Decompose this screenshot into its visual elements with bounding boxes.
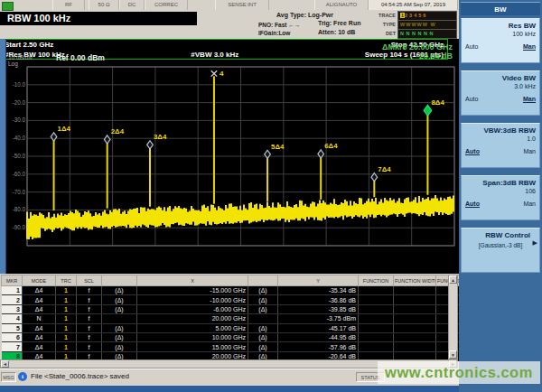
- delta-marker-readout: ΔMkr8 20.000 GHz -20.64 dB: [382, 42, 453, 61]
- col-header: FUNCTION WIDTH: [394, 275, 436, 286]
- det-row-label: DET: [374, 31, 397, 36]
- marker-row[interactable]: 3Δ41f(Δ)-6.000 GHz(Δ)-39.85 dB: [2, 304, 476, 313]
- toolbar-rf: RF: [52, 0, 85, 10]
- col-header: Y: [278, 275, 359, 286]
- watermark: www.cntronics.com: [378, 361, 540, 384]
- col-header: X: [137, 275, 248, 286]
- toolbar-dc: DC: [119, 0, 145, 10]
- svg-text:5Δ4: 5Δ4: [271, 143, 285, 151]
- left-frame-strip: [0, 39, 6, 274]
- marker-row[interactable]: 7Δ41f(Δ)15.000 GHz(Δ)-57.96 dB: [2, 342, 476, 351]
- softkey-vbw-3db-rbw[interactable]: VBW:3dB RBW 1.0 AutoMan: [461, 123, 540, 168]
- svg-text:8Δ4: 8Δ4: [431, 98, 444, 107]
- scroll-up-button[interactable]: ▲: [449, 275, 457, 284]
- col-header: MKR: [2, 275, 23, 286]
- clock: 04:54:25 AM Sep 07, 2019: [369, 0, 458, 10]
- submenu-arrow-icon: ▶: [533, 239, 537, 247]
- atten-label: Atten: 10 dB: [318, 29, 355, 35]
- top-toolbar: RF 50 Ω DC CORREC SENSE:INT ALIGNAUTO 04…: [0, 0, 459, 40]
- toolbar-alignauto: ALIGNAUTO: [314, 0, 369, 10]
- measurement-title: RBW 100 kHz: [0, 12, 197, 25]
- softkey-span-3db-rbw[interactable]: Span:3dB RBW 106 AutoMan: [461, 175, 540, 220]
- svg-text:3Δ4: 3Δ4: [154, 133, 167, 141]
- menu-title: BW: [461, 2, 540, 15]
- svg-text:-70.0: -70.0: [13, 189, 26, 195]
- scroll-left-button[interactable]: ◄: [1, 360, 9, 368]
- svg-text:-80.0: -80.0: [13, 206, 26, 212]
- svg-text:-10.0: -10.0: [13, 81, 26, 88]
- softkey-panel: BW Res BW 100 kHz AutoMan Video BW 3.0 k…: [459, 0, 542, 392]
- marker-row[interactable]: 4N1f20.000 GHz-3.75 dBm: [2, 314, 476, 323]
- marker-row[interactable]: 5Δ41f(Δ)5.000 GHz(Δ)-45.17 dB: [2, 323, 476, 332]
- col-header: SCL: [77, 275, 102, 286]
- pno-label: PNO: Fast ←→: [258, 22, 300, 28]
- info-icon: i: [18, 372, 27, 381]
- svg-text:-90.0: -90.0: [13, 224, 26, 230]
- remote-led-icon: [2, 2, 14, 11]
- avg-type-label: Avg Type: Log-Pwr: [276, 12, 333, 18]
- det-values: N N N N N N: [397, 29, 457, 39]
- scroll-down-button[interactable]: ▼: [449, 350, 457, 359]
- svg-text:2Δ4: 2Δ4: [111, 127, 125, 135]
- man-option[interactable]: Man: [523, 201, 536, 207]
- msg-label: MSG: [1, 372, 16, 382]
- trig-label: Trig: Free Run: [318, 20, 360, 26]
- table-vscrollbar[interactable]: ▲ ▼: [448, 275, 458, 359]
- col-header: [248, 275, 278, 286]
- pno-arrow-icon: ←→: [288, 22, 300, 28]
- col-header: [102, 275, 137, 286]
- trace-status-block: TRACE 123456 TYPE WWWWW W DET N N N N N …: [374, 11, 457, 38]
- marker-row[interactable]: 6Δ41f(Δ)10.000 GHz(Δ)-44.95 dB: [2, 332, 476, 341]
- status-message: File <State_0006.trace> saved: [31, 372, 129, 380]
- man-option[interactable]: Man: [523, 43, 536, 50]
- auto-option[interactable]: Auto: [465, 43, 478, 50]
- ifgain-label: IFGain:Low: [258, 30, 290, 36]
- auto-option[interactable]: Auto: [465, 96, 478, 102]
- svg-text:1Δ4: 1Δ4: [58, 125, 71, 133]
- svg-text:6Δ4: 6Δ4: [324, 142, 338, 150]
- svg-text:-50.0: -50.0: [13, 153, 26, 159]
- softkey-rbw-control[interactable]: RBW Control ▶ [Gaussian,-3 dB]: [461, 228, 540, 273]
- col-header: FUNCTION: [359, 275, 394, 286]
- col-header: TRC: [56, 275, 77, 286]
- toolbar-50ohm: 50 Ω: [89, 0, 119, 10]
- svg-text:4: 4: [220, 70, 224, 78]
- trace-row-label: TRACE: [374, 13, 397, 18]
- man-option[interactable]: Man: [523, 148, 536, 154]
- svg-text:7Δ4: 7Δ4: [378, 165, 391, 173]
- toolbar-correc: CORREC: [145, 0, 188, 10]
- marker-table-zone: MKRMODETRCSCLXYFUNCTIONFUNCTION WIDTHFUN…: [0, 274, 459, 369]
- spectrum-display: -10.0-20.0-30.0-40.0-50.0-60.0-70.0-80.0…: [0, 39, 459, 274]
- scale-label: 10 dB/divLog: [8, 54, 33, 67]
- marker-row[interactable]: 1Δ41f(Δ)-15.000 GHz(Δ)-35.34 dB: [2, 286, 476, 295]
- svg-text:-40.0: -40.0: [13, 135, 26, 141]
- softkey-video-bw[interactable]: Video BW 3.0 kHz AutoMan: [461, 70, 540, 116]
- ref-level-label: Ref 0.00 dBm: [56, 53, 105, 62]
- col-header: MODE: [23, 275, 56, 286]
- svg-text:-60.0: -60.0: [13, 171, 26, 177]
- type-row-label: TYPE: [374, 22, 397, 27]
- svg-text:-20.0: -20.0: [13, 99, 26, 106]
- man-option[interactable]: Man: [523, 96, 536, 102]
- auto-option[interactable]: Auto: [465, 148, 480, 154]
- softkey-res-bw[interactable]: Res BW 100 kHz AutoMan: [461, 18, 540, 63]
- auto-option[interactable]: Auto: [465, 201, 480, 207]
- toolbar-sense: SENSE:INT: [215, 0, 269, 10]
- svg-text:-30.0: -30.0: [13, 117, 26, 123]
- trace-plot: -10.0-20.0-30.0-40.0-50.0-60.0-70.0-80.0…: [0, 39, 459, 274]
- marker-row[interactable]: 2Δ41f(Δ)-10.000 GHz(Δ)-36.86 dB: [2, 295, 476, 304]
- marker-table: MKRMODETRCSCLXYFUNCTIONFUNCTION WIDTHFUN…: [1, 275, 476, 361]
- analyzer-screen: RF 50 Ω DC CORREC SENSE:INT ALIGNAUTO 04…: [0, 0, 542, 392]
